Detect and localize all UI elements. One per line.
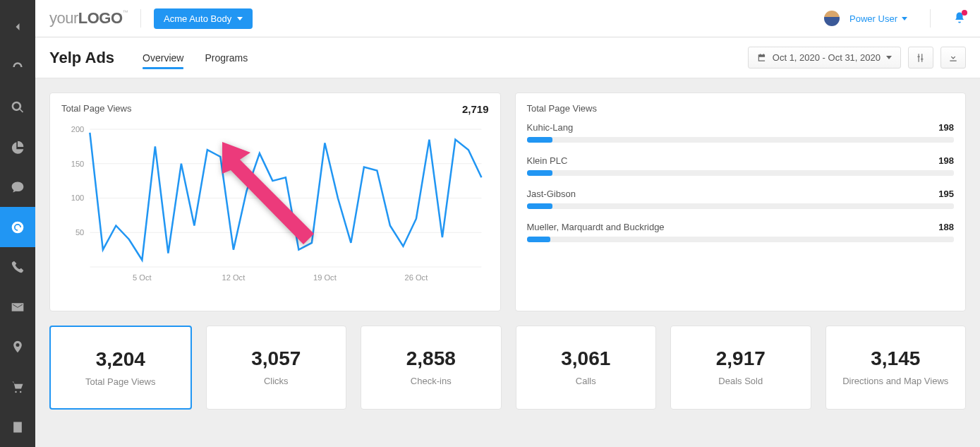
svg-text:150: 150 <box>71 160 85 168</box>
metric-label: Calls <box>524 376 649 386</box>
chart-total: 2,719 <box>462 103 489 115</box>
tab-overview[interactable]: Overview <box>143 40 183 76</box>
metric-number: 2,858 <box>368 347 494 370</box>
date-range-label: Oct 1, 2020 - Oct 31, 2020 <box>773 52 881 63</box>
breakdown-name: Klein PLC <box>527 155 568 166</box>
breakdown-title: Total Page Views <box>527 103 598 114</box>
target-icon[interactable] <box>0 207 35 247</box>
breakdown-name: Mueller, Marquardt and Buckridge <box>527 222 665 232</box>
breakdown-row: Mueller, Marquardt and Buckridge 188 <box>527 222 955 242</box>
top-bar: yourLOGO™ Acme Auto Body Power User <box>35 0 980 37</box>
breakdown-row: Kuhic-Lang 198 <box>527 122 955 143</box>
divider <box>140 9 141 28</box>
line-chart: 501001502005 Oct12 Oct19 Oct26 Oct <box>61 122 489 285</box>
user-name-label: Power User <box>849 13 897 24</box>
svg-text:12 Oct: 12 Oct <box>222 273 246 282</box>
logo: yourLOGO™ <box>49 9 128 28</box>
notification-dot <box>962 10 967 16</box>
caret-down-icon <box>237 17 243 20</box>
bar-fill <box>527 170 552 176</box>
bar-track <box>527 203 955 209</box>
metric-card[interactable]: 2,858 Check-ins <box>361 326 502 410</box>
side-rail <box>0 0 35 447</box>
bar-fill <box>527 137 552 143</box>
sliders-icon <box>916 53 926 63</box>
svg-text:5 Oct: 5 Oct <box>133 273 152 282</box>
breakdown-value: 198 <box>938 155 954 166</box>
metric-label: Deals Sold <box>678 376 804 386</box>
metric-number: 3,057 <box>214 347 339 370</box>
tabs: Overview Programs <box>143 37 248 78</box>
metric-label: Clicks <box>214 376 339 386</box>
logo-text-b: LOGO <box>78 9 123 27</box>
page-title: Yelp Ads <box>49 49 114 67</box>
metric-card[interactable]: 3,204 Total Page Views <box>49 326 192 410</box>
breakdown-name: Kuhic-Lang <box>527 122 574 133</box>
cart-icon[interactable] <box>0 367 35 407</box>
avatar[interactable] <box>824 11 840 26</box>
caret-down-icon <box>886 56 892 59</box>
metric-number: 3,204 <box>58 348 183 371</box>
date-range-button[interactable]: Oct 1, 2020 - Oct 31, 2020 <box>748 47 901 68</box>
collapse-icon[interactable] <box>0 7 35 47</box>
metric-label: Check-ins <box>368 376 494 386</box>
breakdown-name: Jast-Gibson <box>527 189 576 199</box>
svg-text:50: 50 <box>75 228 84 237</box>
logo-text-a: your <box>49 9 78 27</box>
user-menu[interactable]: Power User <box>849 13 907 24</box>
tab-programs[interactable]: Programs <box>205 40 248 76</box>
download-button[interactable] <box>940 47 966 68</box>
metric-number: 3,145 <box>833 347 959 370</box>
metric-card[interactable]: 3,061 Calls <box>516 326 657 410</box>
logo-tm: ™ <box>123 9 128 16</box>
bar-fill <box>527 237 550 242</box>
metric-card[interactable]: 2,917 Deals Sold <box>670 326 811 410</box>
breakdown-row: Jast-Gibson 195 <box>527 189 955 209</box>
chat-icon[interactable] <box>0 167 35 208</box>
search-icon[interactable] <box>0 87 35 127</box>
metric-number: 3,061 <box>524 347 649 370</box>
org-select-button[interactable]: Acme Auto Body <box>154 8 253 29</box>
report-icon[interactable] <box>0 407 35 447</box>
chart-panel: Total Page Views 2,719 501001502005 Oct1… <box>49 93 501 311</box>
bar-fill <box>527 203 552 209</box>
metric-label: Total Page Views <box>58 376 183 387</box>
svg-text:200: 200 <box>71 125 85 133</box>
metric-card[interactable]: 3,145 Directions and Map Views <box>825 326 967 410</box>
pie-icon[interactable] <box>0 127 35 167</box>
chart-title: Total Page Views <box>61 103 132 115</box>
location-icon[interactable] <box>0 327 35 367</box>
svg-text:19 Oct: 19 Oct <box>313 273 337 282</box>
breakdown-panel: Total Page Views Kuhic-Lang 198 Klein PL… <box>515 93 967 311</box>
metric-cards: 3,204 Total Page Views 3,057 Clicks 2,85… <box>49 326 966 410</box>
breakdown-value: 188 <box>938 222 954 232</box>
chevron-down-icon <box>902 17 907 20</box>
metric-number: 2,917 <box>678 347 804 370</box>
metric-label: Directions and Map Views <box>833 376 959 386</box>
divider <box>930 9 931 28</box>
breakdown-value: 198 <box>938 122 954 133</box>
dashboard-icon[interactable] <box>0 47 35 88</box>
notifications-button[interactable] <box>953 11 966 26</box>
svg-text:100: 100 <box>71 194 85 203</box>
calendar-icon <box>757 53 767 63</box>
bar-track <box>527 170 955 176</box>
breakdown-row: Klein PLC 198 <box>527 155 955 176</box>
bar-track <box>527 237 955 242</box>
breakdown-value: 195 <box>938 189 954 199</box>
org-name: Acme Auto Body <box>164 13 231 24</box>
svg-text:26 Oct: 26 Oct <box>405 273 428 282</box>
bar-track <box>527 137 955 143</box>
metric-card[interactable]: 3,057 Clicks <box>206 326 347 410</box>
download-icon <box>948 53 958 63</box>
phone-icon[interactable] <box>0 247 35 287</box>
sub-bar: Yelp Ads Overview Programs Oct 1, 2020 -… <box>35 37 980 78</box>
settings-button[interactable] <box>908 47 933 68</box>
mail-icon[interactable] <box>0 287 35 327</box>
